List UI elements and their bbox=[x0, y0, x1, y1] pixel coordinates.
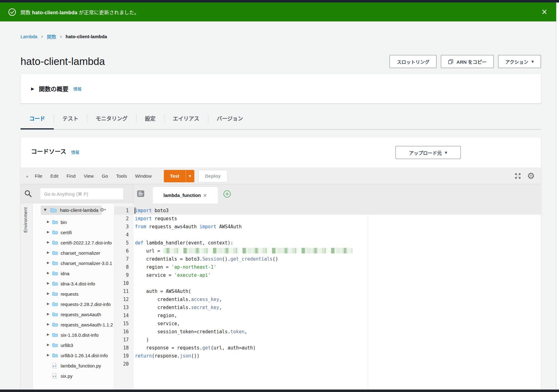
test-dropdown-caret-icon[interactable]: ▼ bbox=[186, 170, 194, 182]
editor-body: Environment ▼ hato-client-lambda ⚙▾ ▶bin… bbox=[21, 203, 541, 390]
function-tabs: コードテストモニタリング設定エイリアスバージョン bbox=[21, 107, 541, 130]
page-body: Lambda › 関数 › hato-client-lambda hato-cl… bbox=[0, 21, 556, 390]
code-editor[interactable]: import boto3import requestsfrom requests… bbox=[134, 203, 541, 390]
menu-view[interactable]: View bbox=[80, 173, 98, 179]
chevron-collapsed-icon[interactable]: ▶ bbox=[47, 292, 49, 295]
tree-item-folder[interactable]: ▶bin bbox=[33, 217, 114, 227]
test-button[interactable]: Test ▼ bbox=[164, 170, 194, 182]
editor-settings-gear-icon[interactable]: ⚙ bbox=[527, 172, 535, 180]
chevron-collapsed-icon[interactable]: ▶ bbox=[47, 240, 49, 244]
collapse-menubar-icon[interactable]: ▲ bbox=[26, 175, 28, 178]
copy-arn-button[interactable]: ARN をコピー bbox=[441, 55, 494, 68]
tab-1[interactable]: コード bbox=[21, 107, 54, 129]
tree-item-folder[interactable]: ▶certifi-2022.12.7.dist-info bbox=[33, 238, 114, 248]
chevron-collapsed-icon[interactable]: ▶ bbox=[47, 281, 49, 285]
chevron-expanded-icon[interactable]: ▼ bbox=[44, 208, 46, 212]
tree-item-file[interactable]: six.py bbox=[33, 371, 114, 381]
code-line-19: return(response.json()) bbox=[134, 352, 541, 360]
tree-item-folder[interactable]: ▶urllib3-1.26.14.dist-info bbox=[33, 350, 114, 361]
caret-down-icon: ▼ bbox=[445, 151, 447, 154]
chevron-collapsed-icon[interactable]: ▶ bbox=[47, 312, 49, 316]
tree-item-folder[interactable]: ▶requests-2.28.2.dist-info bbox=[33, 299, 114, 309]
line-number: 17 bbox=[114, 336, 134, 344]
upload-from-button[interactable]: アップロード元 ▼ bbox=[395, 146, 461, 159]
tree-item-folder[interactable]: ▶requests_aws4auth-1.1.2 bbox=[33, 320, 114, 330]
chevron-collapsed-icon[interactable]: ▶ bbox=[47, 271, 49, 275]
tree-item-folder[interactable]: ▶requests bbox=[33, 289, 114, 299]
chevron-collapsed-icon[interactable]: ▶ bbox=[47, 343, 49, 346]
folder-icon bbox=[52, 332, 58, 339]
tree-item-root[interactable]: ▼ hato-client-lambda ⚙▾ bbox=[33, 205, 114, 215]
tab-4[interactable]: 設定 bbox=[136, 107, 164, 129]
code-source-title: コードソース bbox=[31, 147, 66, 155]
tab-lambda-function[interactable]: lambda_function × bbox=[152, 186, 218, 203]
tree-item-folder[interactable]: ▶urllib3 bbox=[33, 340, 114, 350]
folder-icon bbox=[52, 291, 58, 298]
chevron-collapsed-icon[interactable]: ▶ bbox=[47, 230, 49, 234]
actions-dropdown-button[interactable]: アクション ▼ bbox=[498, 55, 541, 68]
environment-tab[interactable]: Environment bbox=[23, 207, 28, 233]
overview-info-link[interactable]: 情報 bbox=[73, 86, 81, 92]
folder-icon bbox=[52, 271, 58, 277]
page-title: hato-client-lambda bbox=[21, 56, 105, 67]
tree-item-folder[interactable]: ▶six-1.16.0.dist-info bbox=[33, 330, 114, 340]
code-line-2: import requests bbox=[134, 215, 541, 223]
tree-item-file[interactable]: lambda_function.py bbox=[33, 361, 114, 371]
chevron-collapsed-icon[interactable]: ▶ bbox=[47, 261, 49, 264]
tree-item-folder[interactable]: ▶idna bbox=[33, 268, 114, 279]
code-line-3: from requests_aws4auth import AWS4Auth bbox=[134, 223, 541, 231]
throttling-button[interactable]: スロットリング bbox=[390, 55, 437, 68]
menu-find[interactable]: Find bbox=[62, 173, 80, 179]
tab-2[interactable]: テスト bbox=[54, 107, 87, 129]
menu-go[interactable]: Go bbox=[98, 173, 112, 179]
tree-item-folder[interactable]: ▶charset_normalizer bbox=[33, 248, 114, 258]
tab-6[interactable]: バージョン bbox=[208, 107, 252, 129]
breadcrumb-lambda[interactable]: Lambda bbox=[21, 34, 37, 39]
line-number: 14 bbox=[114, 312, 134, 320]
goto-anything-input[interactable] bbox=[40, 188, 123, 199]
tree-settings-gear-icon[interactable]: ⚙▾ bbox=[100, 207, 106, 213]
expand-triangle-icon[interactable]: ▶ bbox=[31, 86, 34, 91]
line-number: 8 bbox=[114, 263, 134, 271]
menu-edit[interactable]: Edit bbox=[46, 173, 62, 179]
chevron-collapsed-icon[interactable]: ▶ bbox=[47, 322, 49, 326]
tree-item-label: urllib3-1.26.14.dist-info bbox=[61, 350, 108, 361]
tab-3[interactable]: モニタリング bbox=[87, 107, 136, 129]
chevron-collapsed-icon[interactable]: ▶ bbox=[47, 302, 49, 305]
overview-title: 関数の概要 bbox=[39, 84, 68, 93]
code-line-6: url = bbox=[134, 247, 541, 255]
chevron-collapsed-icon[interactable]: ▶ bbox=[47, 353, 49, 357]
tree-item-folder[interactable]: ▶certifi bbox=[33, 227, 114, 238]
chevron-collapsed-icon[interactable]: ▶ bbox=[47, 220, 49, 223]
fullscreen-icon[interactable] bbox=[514, 172, 521, 180]
line-number: 19 bbox=[114, 352, 134, 360]
tab-close-icon[interactable]: × bbox=[203, 192, 207, 198]
tree-item-folder[interactable]: ▶charset_normalizer-3.0.1 bbox=[33, 258, 114, 268]
banner-close-icon[interactable]: × bbox=[539, 7, 549, 17]
line-number: 13 bbox=[114, 303, 134, 312]
breadcrumb-functions[interactable]: 関数 bbox=[47, 33, 56, 40]
code-line-14: region, bbox=[134, 312, 541, 320]
code-source-info-link[interactable]: 情報 bbox=[71, 149, 79, 155]
code-line-7: credentials = boto3.Session().get_creden… bbox=[134, 255, 541, 263]
new-tab-icon[interactable] bbox=[223, 190, 231, 199]
chevron-collapsed-icon[interactable]: ▶ bbox=[47, 333, 49, 336]
code-line-16: session_token=credentials.token, bbox=[134, 328, 541, 336]
deploy-button[interactable]: Deploy bbox=[198, 170, 228, 182]
tree-item-folder[interactable]: ▶idna-3.4.dist-info bbox=[33, 279, 114, 289]
tree-item-folder[interactable]: ▶requests_aws4auth bbox=[33, 309, 114, 320]
menu-file[interactable]: File bbox=[31, 173, 46, 179]
folder-icon bbox=[52, 220, 58, 226]
line-number: 5 bbox=[114, 239, 134, 247]
code-line-20 bbox=[134, 360, 541, 368]
folder-icon bbox=[50, 207, 57, 214]
menu-window[interactable]: Window bbox=[131, 173, 155, 179]
code-source-header: コードソース 情報 bbox=[31, 147, 79, 155]
chevron-collapsed-icon[interactable]: ▶ bbox=[47, 251, 49, 254]
tab-list-icon[interactable] bbox=[137, 190, 145, 198]
tree-item-label: requests-2.28.2.dist-info bbox=[61, 299, 111, 309]
tab-5[interactable]: エイリアス bbox=[164, 107, 208, 129]
menu-tools[interactable]: Tools bbox=[112, 173, 131, 179]
tree-item-label: requests_aws4auth bbox=[61, 309, 101, 320]
line-number: 20 bbox=[114, 360, 134, 368]
